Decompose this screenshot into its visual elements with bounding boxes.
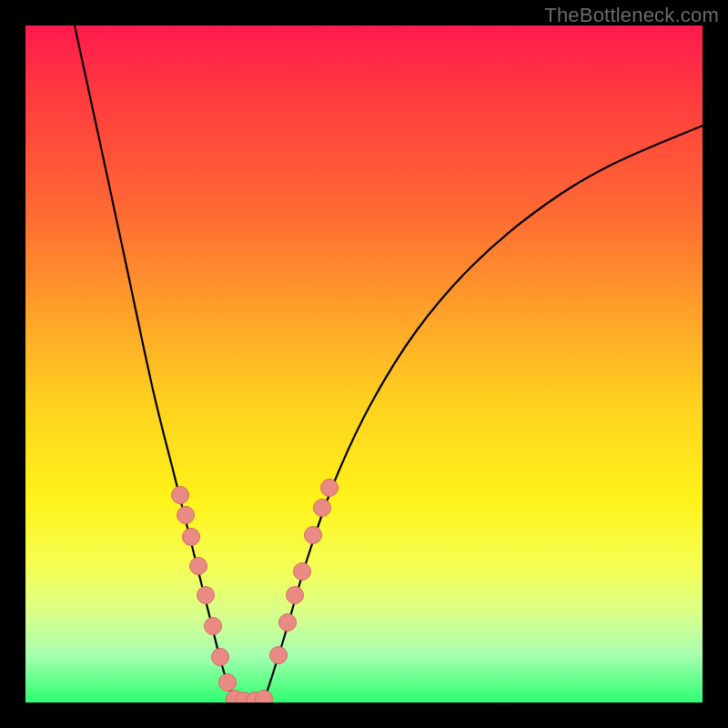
chart-svg xyxy=(25,25,703,703)
data-point xyxy=(294,563,311,581)
data-point xyxy=(205,618,222,635)
data-point xyxy=(321,480,339,497)
data-point xyxy=(279,614,297,632)
data-point xyxy=(314,500,331,517)
watermark-text: TheBottleneck.com xyxy=(544,4,719,27)
data-point xyxy=(305,527,322,544)
dots-bottom-cluster xyxy=(227,691,273,703)
data-point xyxy=(287,587,304,604)
data-point xyxy=(172,487,189,504)
data-point xyxy=(212,649,229,666)
dots-right-branch xyxy=(270,480,339,664)
data-point xyxy=(177,507,195,524)
data-point xyxy=(256,691,273,703)
dots-left-branch xyxy=(172,487,237,692)
data-point xyxy=(190,558,207,575)
right-curve xyxy=(264,126,703,701)
chart-area xyxy=(25,25,703,703)
data-point xyxy=(270,647,288,664)
data-point xyxy=(183,529,200,546)
data-point xyxy=(219,674,237,692)
data-point xyxy=(197,587,215,604)
